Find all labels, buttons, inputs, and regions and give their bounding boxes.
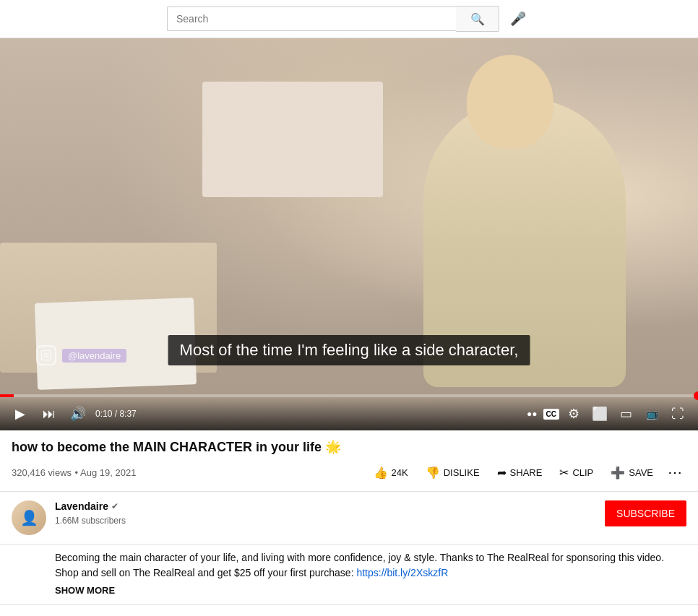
view-count: 320,416 views [12,467,72,478]
svg-point-2 [48,352,49,353]
autoplay-button[interactable]: ●● [524,402,540,425]
more-icon: ⋯ [668,464,682,480]
dislike-icon: 👎 [426,466,440,480]
ig-handle-text: @lavendaire [62,349,126,363]
search-input[interactable] [167,6,456,31]
miniplayer-icon: ⬜ [592,406,608,422]
watermark: @lavendaire [36,345,126,365]
total-time: 8:37 [119,409,136,419]
video-player[interactable]: @lavendaire Most of the time I'm feeling… [0,38,698,430]
video-meta-row: 320,416 views • Aug 19, 2021 👍 24K 👎 DIS… [12,459,686,485]
settings-icon: ⚙ [568,406,579,422]
next-icon: ⏭ [43,407,56,422]
volume-icon: 🔊 [70,406,86,422]
dislike-button[interactable]: 👎 DISLIKE [418,461,487,484]
next-button[interactable]: ⏭ [38,402,61,425]
theater-button[interactable]: ▭ [614,402,637,425]
subtitle-bar: Most of the time I'm feeling like a side… [168,335,530,365]
channel-section: 👤 Lavendaire ✔ 1.66M subscribers SUBSCRI… [0,492,698,545]
video-scene [0,38,698,430]
clip-button[interactable]: ✂ CLIP [552,461,600,484]
miniplayer-button[interactable]: ⬜ [588,402,611,425]
like-icon: 👍 [374,466,388,480]
scene-desk [202,82,383,197]
avatar-image: 👤 [20,509,38,526]
channel-name[interactable]: Lavendaire [55,500,108,512]
theater-icon: ▭ [620,406,632,422]
captions-button[interactable]: CC [543,409,559,420]
video-date: Aug 19, 2021 [80,467,136,478]
fullscreen-button[interactable]: ⛶ [666,402,689,425]
description-link[interactable]: https://bit.ly/2XskzfR [356,567,448,578]
subscriber-count: 1.66M subscribers [55,516,126,526]
channel-info: Lavendaire ✔ 1.66M subscribers [55,500,596,526]
more-options-button[interactable]: ⋯ [663,459,686,485]
search-icon: 🔍 [470,12,485,26]
time-display: 0:10 / 8:37 [95,409,137,419]
like-count: 24K [392,467,408,478]
scene-person-head [467,55,553,149]
verified-icon: ✔ [111,501,119,511]
video-info: how to become the MAIN CHARACTER in your… [0,430,698,492]
channel-avatar[interactable]: 👤 [12,500,46,535]
controls-bar: ▶ ⏭ 🔊 0:10 / 8:37 ●● CC ⚙ ⬜ [0,397,698,430]
volume-button[interactable]: 🔊 [66,402,90,425]
play-icon: ▶ [15,406,25,422]
like-button[interactable]: 👍 24K [366,461,415,484]
instagram-icon [36,345,56,365]
show-more-button[interactable]: SHOW MORE [55,585,686,596]
view-date-sep: • [75,467,80,478]
save-label: SAVE [629,467,653,478]
action-buttons: 👍 24K 👎 DISLIKE ➦ SHARE ✂ CLIP ➕ SAVE ⋯ [366,459,686,485]
play-button[interactable]: ▶ [9,402,32,425]
save-icon: ➕ [611,466,625,480]
share-button[interactable]: ➦ SHARE [490,461,550,484]
video-title-text: how to become the MAIN CHARACTER in your… [12,439,341,455]
cast-button[interactable]: 📺 [640,402,663,425]
share-icon: ➦ [497,466,507,480]
description-section: Becoming the main character of your life… [0,545,698,605]
current-time: 0:10 [95,409,112,419]
right-controls: ●● CC ⚙ ⬜ ▭ 📺 ⛶ [524,402,689,425]
channel-name-row: Lavendaire ✔ [55,500,596,512]
fullscreen-icon: ⛶ [671,407,684,422]
dislike-label: DISLIKE [444,467,480,478]
header: 🔍 🎤 [0,0,698,38]
mic-button[interactable]: 🎤 [505,6,531,32]
settings-button[interactable]: ⚙ [562,402,585,425]
description-text: Becoming the main character of your life… [55,550,686,581]
search-button[interactable]: 🔍 [456,6,499,32]
svg-rect-0 [41,350,51,360]
video-title: how to become the MAIN CHARACTER in your… [12,439,686,455]
clip-icon: ✂ [559,466,569,480]
video-stats: 320,416 views • Aug 19, 2021 [12,466,136,479]
autoplay-icon: ●● [527,409,538,419]
mic-icon: 🎤 [510,11,526,27]
cast-icon: 📺 [646,408,658,420]
save-button[interactable]: ➕ SAVE [603,461,660,484]
store-section: Shop the Lavendaire store ⋮ 📓 Weekly Res… [0,605,698,616]
share-label: SHARE [510,467,543,478]
subscribe-button[interactable]: SUBSCRIBE [605,500,686,526]
svg-point-1 [44,353,48,357]
clip-label: CLIP [572,467,593,478]
